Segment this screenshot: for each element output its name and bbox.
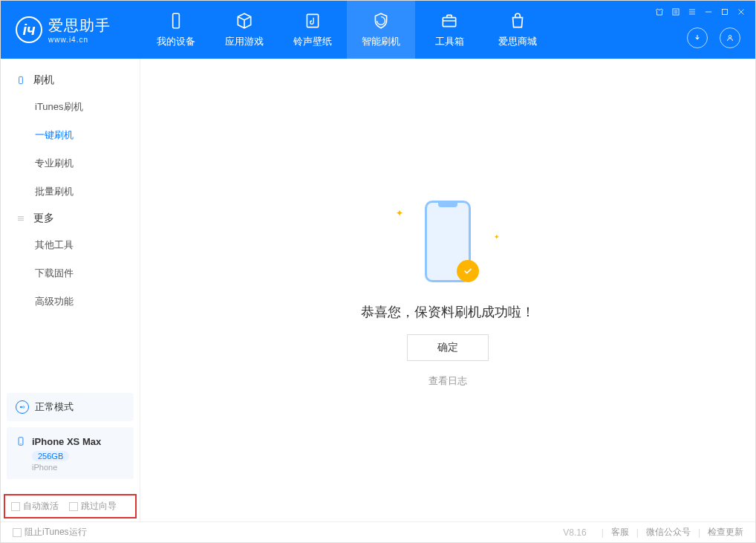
checkbox-label: 跳过向导 bbox=[81, 500, 117, 513]
version-label: V8.16 bbox=[563, 527, 586, 538]
checkbox-icon bbox=[13, 528, 22, 537]
minimize-icon[interactable] bbox=[703, 7, 714, 17]
logo-text: 爱思助手 www.i4.cn bbox=[48, 16, 111, 44]
success-illustration: ✦ ✦ bbox=[374, 193, 522, 290]
svg-rect-2 bbox=[443, 18, 455, 27]
checkbox-skip-guide[interactable]: 跳过向导 bbox=[69, 500, 117, 513]
header: iч 爱思助手 www.i4.cn 我的设备 应用游戏 铃声壁纸 智能刷机 工具… bbox=[1, 1, 755, 59]
window-controls bbox=[654, 7, 746, 17]
nav-tabs: 我的设备 应用游戏 铃声壁纸 智能刷机 工具箱 爱思商城 bbox=[142, 1, 552, 59]
more-icon bbox=[16, 213, 26, 224]
bag-icon bbox=[508, 11, 527, 30]
tab-label: 我的设备 bbox=[157, 35, 195, 48]
tab-smart-flash[interactable]: 智能刷机 bbox=[347, 1, 415, 59]
sidebar-group-flash[interactable]: 刷机 bbox=[1, 68, 140, 93]
footer-link-wechat[interactable]: 微信公众号 bbox=[646, 526, 691, 539]
user-icon bbox=[725, 33, 735, 43]
svg-rect-1 bbox=[307, 14, 318, 27]
sidebar-item-advanced[interactable]: 高级功能 bbox=[1, 287, 140, 316]
main-content: ✦ ✦ 恭喜您，保资料刷机成功啦！ 确定 查看日志 bbox=[140, 59, 755, 521]
svg-point-8 bbox=[22, 406, 25, 409]
separator: | bbox=[636, 527, 639, 538]
tab-label: 工具箱 bbox=[435, 35, 464, 48]
options-row: 自动激活 跳过向导 bbox=[4, 494, 137, 518]
svg-point-7 bbox=[20, 406, 22, 409]
device-capacity: 256GB bbox=[32, 451, 69, 461]
sidebar-item-itunes-flash[interactable]: iTunes刷机 bbox=[1, 93, 140, 121]
view-log-link[interactable]: 查看日志 bbox=[428, 374, 467, 388]
sidebar-content: 刷机 iTunes刷机 一键刷机 专业刷机 批量刷机 更多 其他工具 下载固件 … bbox=[1, 59, 140, 387]
logo-icon: iч bbox=[16, 16, 42, 43]
device-phone-icon bbox=[16, 435, 26, 448]
footer-link-support[interactable]: 客服 bbox=[611, 526, 629, 539]
tab-label: 爱思商城 bbox=[498, 35, 537, 48]
tab-label: 应用游戏 bbox=[225, 35, 264, 48]
phone-icon bbox=[16, 75, 26, 85]
svg-rect-4 bbox=[723, 10, 728, 15]
sidebar-bottom: 正常模式 iPhone XS Max 256GB iPhone bbox=[1, 387, 140, 491]
device-type: iPhone bbox=[32, 463, 125, 472]
menu-icon[interactable] bbox=[687, 7, 697, 17]
sidebar: 刷机 iTunes刷机 一键刷机 专业刷机 批量刷机 更多 其他工具 下载固件 … bbox=[1, 59, 140, 521]
svg-rect-0 bbox=[173, 13, 180, 28]
tab-toolbox[interactable]: 工具箱 bbox=[415, 1, 483, 59]
sidebar-group-more[interactable]: 更多 bbox=[1, 206, 140, 231]
checkbox-block-itunes[interactable]: 阻止iTunes运行 bbox=[13, 526, 87, 539]
group-title: 刷机 bbox=[33, 74, 54, 87]
list-icon[interactable] bbox=[671, 7, 681, 17]
tab-my-device[interactable]: 我的设备 bbox=[142, 1, 210, 59]
phone-icon bbox=[166, 11, 186, 30]
footer-right: V8.16 | 客服 | 微信公众号 | 检查更新 bbox=[563, 526, 743, 539]
device-header: iPhone XS Max bbox=[16, 435, 125, 448]
sidebar-item-other-tools[interactable]: 其他工具 bbox=[1, 231, 140, 259]
body: 刷机 iTunes刷机 一键刷机 专业刷机 批量刷机 更多 其他工具 下载固件 … bbox=[1, 59, 755, 521]
sidebar-item-oneclick-flash[interactable]: 一键刷机 bbox=[1, 121, 140, 149]
svg-point-5 bbox=[729, 36, 731, 39]
group-title: 更多 bbox=[33, 212, 54, 225]
music-icon bbox=[303, 11, 322, 30]
download-button[interactable] bbox=[687, 27, 708, 48]
tab-label: 智能刷机 bbox=[362, 35, 400, 48]
checkbox-icon bbox=[69, 502, 78, 511]
separator: | bbox=[698, 527, 700, 538]
app-subtitle: www.i4.cn bbox=[48, 36, 111, 44]
checkbox-auto-activate[interactable]: 自动激活 bbox=[11, 500, 59, 513]
ok-button[interactable]: 确定 bbox=[407, 334, 489, 361]
svg-point-10 bbox=[20, 443, 21, 444]
mode-box[interactable]: 正常模式 bbox=[7, 393, 134, 421]
device-box[interactable]: iPhone XS Max 256GB iPhone bbox=[7, 427, 134, 479]
device-name: iPhone XS Max bbox=[32, 436, 101, 447]
download-icon bbox=[692, 33, 703, 43]
normal-mode-icon bbox=[16, 400, 29, 414]
tab-apps-games[interactable]: 应用游戏 bbox=[210, 1, 278, 59]
logo-area[interactable]: iч 爱思助手 www.i4.cn bbox=[1, 16, 142, 44]
svg-rect-6 bbox=[19, 77, 23, 83]
sidebar-item-batch-flash[interactable]: 批量刷机 bbox=[1, 178, 140, 206]
tab-label: 铃声壁纸 bbox=[293, 35, 332, 48]
checkbox-label: 阻止iTunes运行 bbox=[25, 526, 87, 539]
success-check-icon bbox=[457, 260, 479, 282]
header-actions bbox=[687, 27, 740, 48]
footer: 阻止iTunes运行 V8.16 | 客服 | 微信公众号 | 检查更新 bbox=[1, 521, 755, 542]
separator: | bbox=[602, 527, 604, 538]
footer-link-update[interactable]: 检查更新 bbox=[708, 526, 743, 539]
success-message: 恭喜您，保资料刷机成功啦！ bbox=[361, 303, 535, 321]
sparkle-icon: ✦ bbox=[396, 208, 403, 218]
tshirt-icon[interactable] bbox=[654, 7, 665, 17]
checkbox-icon bbox=[11, 502, 20, 511]
maximize-icon[interactable] bbox=[720, 7, 730, 17]
tab-ringtones[interactable]: 铃声壁纸 bbox=[278, 1, 347, 59]
shield-icon bbox=[371, 11, 391, 30]
close-icon[interactable] bbox=[736, 7, 746, 17]
mode-label: 正常模式 bbox=[35, 400, 74, 414]
tab-store[interactable]: 爱思商城 bbox=[483, 1, 552, 59]
sidebar-item-pro-flash[interactable]: 专业刷机 bbox=[1, 149, 140, 178]
user-button[interactable] bbox=[720, 27, 740, 48]
sidebar-item-download-firmware[interactable]: 下载固件 bbox=[1, 259, 140, 287]
app-title: 爱思助手 bbox=[48, 16, 111, 36]
checkbox-label: 自动激活 bbox=[23, 500, 59, 513]
sparkle-icon: ✦ bbox=[494, 233, 500, 241]
cube-icon bbox=[235, 11, 254, 30]
toolbox-icon bbox=[440, 11, 459, 30]
